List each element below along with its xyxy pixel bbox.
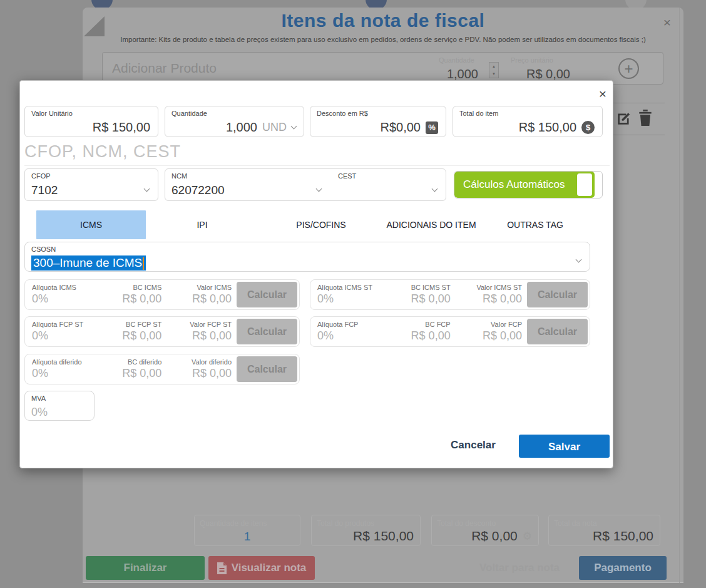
chevron-down-icon[interactable]	[144, 186, 150, 192]
finalize-button[interactable]: Finalizar	[86, 556, 205, 580]
field-label: BC FCP	[389, 321, 450, 328]
item-total-value: R$ 150,00	[519, 120, 576, 135]
field-label: Alíquota FCP	[317, 321, 379, 328]
field-value[interactable]: R$ 0,00	[461, 292, 522, 306]
chevron-down-icon[interactable]	[576, 257, 582, 263]
tab-ipi[interactable]: IPI	[146, 210, 258, 239]
cfop-value[interactable]: 7102	[31, 183, 58, 197]
field-value[interactable]: R$ 0,00	[102, 329, 162, 343]
preview-note-button[interactable]: Visualizar nota	[208, 556, 315, 580]
field-value[interactable]: R$ 0,00	[102, 367, 162, 380]
unit-value-field[interactable]: Valor Unitário R$ 150,00	[24, 106, 158, 137]
modal-quantity-input[interactable]: 1,000	[226, 120, 257, 135]
total-products-value: R$ 150,00	[353, 529, 414, 544]
calculate-button[interactable]: Calcular	[237, 319, 297, 344]
tab-outras-tag[interactable]: OUTRAS TAG	[479, 210, 591, 239]
discount-input[interactable]: R$0,00	[381, 120, 421, 135]
text-caret	[143, 257, 144, 270]
fcp-calc-group: Alíquota FCP0% BC FCPR$ 0,00 Valor FCPR$…	[310, 316, 590, 347]
item-total-field: Total do item R$ 150,00 $	[453, 106, 603, 137]
field-value[interactable]: 0%	[317, 292, 379, 306]
field-value[interactable]: R$ 0,00	[171, 329, 232, 343]
calculate-button[interactable]: Calcular	[237, 282, 297, 307]
panel-inner-border	[679, 8, 680, 583]
csosn-value-selected[interactable]: 300–Imune de ICMS	[33, 256, 142, 269]
delete-item-icon[interactable]	[637, 109, 653, 129]
stepper-up-icon[interactable]: ▲	[492, 64, 496, 68]
field-value[interactable]: 0%	[317, 329, 379, 343]
modal-close-icon[interactable]: ×	[593, 86, 613, 102]
unit-price-input[interactable]: R$ 0,00	[511, 67, 570, 81]
field-label: BC diferido	[102, 358, 162, 366]
panel-close-icon[interactable]: ×	[657, 14, 677, 31]
field-label: Valor ICMS	[171, 284, 232, 291]
toggle-knob[interactable]	[577, 173, 592, 196]
quantity-field[interactable]: Quantidade 1,000 UND	[165, 106, 304, 137]
auto-calculations-toggle[interactable]: Cálculos Automáticos	[454, 171, 603, 199]
field-value[interactable]: R$ 0,00	[171, 292, 232, 306]
csosn-select[interactable]: CSOSN 300–Imune de ICMS	[24, 242, 590, 272]
discount-settings-gear-icon[interactable]: ⚙	[523, 530, 532, 543]
quantity-label: Quantidade	[439, 56, 474, 64]
cfop-select[interactable]: CFOP 7102	[24, 168, 158, 201]
discount-field[interactable]: Desconto em R$ R$0,00 %	[310, 106, 446, 137]
tax-tabs: ICMS IPI PIS/COFINS ADICIONAIS DO ITEM O…	[36, 210, 591, 239]
unit-selector[interactable]: UND	[262, 121, 287, 134]
ncm-cest-select[interactable]: NCM 62072200 CEST	[165, 168, 446, 201]
total-note-value: R$ 150,00	[593, 529, 653, 544]
field-value[interactable]: 0%	[32, 367, 92, 380]
payment-button-label: Pagamento	[594, 556, 652, 580]
chevron-down-icon[interactable]	[316, 186, 322, 192]
total-discount-value-wrap: R$ 0,00 ⚙	[471, 529, 532, 544]
tab-pis-cofins[interactable]: PIS/COFINS	[258, 210, 384, 239]
calculate-button[interactable]: Calcular	[527, 282, 588, 307]
quantity-stepper[interactable]: ▲ ▼	[489, 62, 499, 78]
mva-field[interactable]: MVA 0%	[24, 391, 95, 421]
field-label: Valor ICMS ST	[461, 284, 522, 291]
ncm-value[interactable]: 62072200	[171, 183, 225, 197]
document-icon	[217, 562, 227, 574]
field-value[interactable]: R$ 0,00	[461, 329, 522, 343]
tab-icms[interactable]: ICMS	[36, 210, 146, 239]
item-tax-modal: × Valor Unitário R$ 150,00 Quantidade 1,…	[19, 80, 613, 468]
icms-calc-group: Alíquota ICMS0% BC ICMSR$ 0,00 Valor ICM…	[24, 279, 300, 310]
chevron-down-icon[interactable]	[291, 123, 297, 130]
field-label: BC ICMS	[102, 284, 162, 291]
percent-toggle-icon[interactable]: %	[426, 121, 438, 134]
chevron-down-icon[interactable]	[432, 186, 438, 192]
field-value[interactable]: R$ 0,00	[389, 292, 450, 306]
stepper-down-icon[interactable]: ▼	[492, 72, 496, 76]
add-item-plus-icon[interactable]: +	[618, 58, 639, 79]
field-label: BC ICMS ST	[389, 284, 450, 291]
row-divider	[610, 135, 665, 135]
tab-adicionais[interactable]: ADICIONAIS DO ITEM	[384, 210, 479, 239]
back-to-note-link[interactable]: Voltar para nota	[473, 556, 566, 580]
deferred-calc-group: Alíquota diferido0% BC diferidoR$ 0,00 V…	[24, 354, 300, 384]
row-divider	[610, 103, 665, 103]
field-value[interactable]: R$ 0,00	[171, 367, 232, 380]
field-value[interactable]: R$ 0,00	[102, 292, 162, 306]
save-button[interactable]: Salvar	[519, 435, 610, 458]
icms-st-calc-group: Alíquota ICMS ST0% BC ICMS STR$ 0,00 Val…	[310, 279, 590, 310]
total-products-box: Total do produtos R$ 150,00	[311, 515, 421, 546]
preview-note-label: Visualizar nota	[232, 556, 307, 580]
fcp-st-calc-group: Alíquota FCP ST0% BC FCP STR$ 0,00 Valor…	[24, 316, 300, 347]
field-value[interactable]: 0%	[32, 329, 92, 343]
calculate-button[interactable]: Calcular	[237, 356, 297, 382]
payment-button[interactable]: Pagamento	[579, 556, 667, 580]
field-label: Alíquota ICMS	[32, 284, 92, 291]
total-items-box: Quantidade de itens 1	[194, 515, 300, 546]
add-product-input[interactable]: Adicionar Produto	[112, 61, 217, 76]
field-value[interactable]: R$ 0,00	[389, 329, 450, 343]
edit-item-icon[interactable]	[616, 110, 632, 129]
calculate-button[interactable]: Calcular	[527, 319, 588, 344]
field-value[interactable]: 0%	[32, 292, 92, 306]
mva-input[interactable]: 0%	[31, 406, 48, 419]
total-discount-box: Total do desconto R$ 0,00 ⚙	[431, 515, 539, 546]
total-items-label: Quantidade de itens	[200, 519, 267, 528]
cancel-button[interactable]: Cancelar	[439, 439, 508, 451]
unit-value-input[interactable]: R$ 150,00	[93, 120, 150, 135]
quantity-input[interactable]: 1,000	[419, 67, 478, 81]
page-title: Itens da nota de fiscal	[83, 10, 683, 31]
total-discount-value: R$ 0,00	[471, 529, 518, 544]
